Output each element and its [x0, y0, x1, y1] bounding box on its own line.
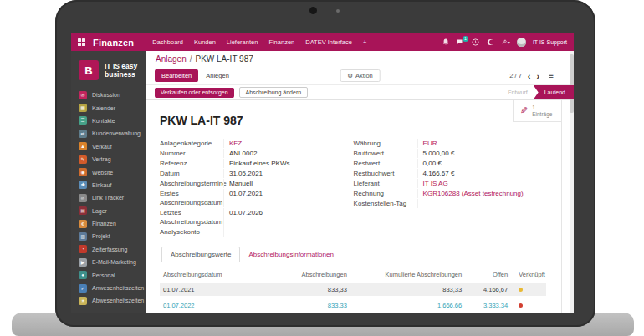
control-bar: Bearbeiten Anlegen ⚙ Aktion 2 / 7 ‹ › ≡ [146, 67, 574, 84]
column-header-verkn-pft[interactable]: Verknüpft [508, 271, 546, 278]
sidebar-item-website[interactable]: ◉Website [71, 165, 146, 178]
sidebar-item-einkauf[interactable]: ✚Einkauf [71, 179, 146, 191]
top-menu-item-datev-interface[interactable]: DATEV Interface [305, 38, 352, 46]
top-menu-item-finanzen[interactable]: Finanzen [268, 38, 294, 46]
field-w-hrung: WährungEUR [354, 139, 561, 148]
main-content: Anlagen / PKW LA-IT 987 Bearbeiten Anleg… [146, 51, 574, 313]
field-value [223, 227, 349, 237]
sidebar-item-label: Einkauf [92, 182, 111, 188]
entries-smart-button[interactable]: ✎ 1 Einträge [513, 100, 561, 122]
sidebar-item-zeiterfassung[interactable]: ◔Zeiterfassung [71, 243, 146, 256]
table-header-row: AbschreibungsdatumAbschreibungenKumulier… [160, 269, 546, 283]
top-menu-item-[interactable]: + [363, 38, 366, 46]
field-value[interactable]: EUR [417, 139, 561, 148]
field-label: Letztes Abschreibungsdatum [160, 208, 223, 227]
field-value: 4.166,67 € [417, 169, 561, 178]
pager-next-icon[interactable]: › [536, 72, 539, 80]
status-bar: Verkaufen oder entsorgen Abschreibung än… [146, 84, 574, 100]
field-anlagenkategorie: AnlagenkategorieKFZ [160, 139, 349, 148]
field-label: Restwert [354, 159, 417, 168]
sidebar-item-abwesenheitszeiten[interactable]: ☀Abwesenheitszeiten [71, 294, 146, 307]
pager-prev-icon[interactable]: ‹ [528, 72, 531, 80]
brand[interactable]: B IT IS easy business [71, 51, 146, 89]
status-steps: Entwurf Laufend [508, 85, 574, 99]
sidebar-item-link-tracker[interactable]: ∞Link Tracker [71, 191, 146, 204]
column-header-kumulierte-abschreibungen[interactable]: Kumulierte Abschreibungen [347, 271, 462, 278]
activity-clock-icon[interactable] [472, 38, 480, 47]
field-label: Restbuchwert [354, 169, 417, 178]
field-restwert: Restwert0,00 € [354, 159, 561, 168]
field-restbuchwert: Restbuchwert4.166,67 € [354, 169, 561, 178]
field-value[interactable]: KGR106288 (Asset testrechnung) [417, 189, 561, 198]
sidebar-item-finanzen[interactable]: €Finanzen [71, 217, 146, 230]
bell-icon[interactable] [442, 38, 450, 47]
field-value[interactable]: IT IS AG [417, 179, 561, 188]
top-menu-item-lieferanten[interactable]: Lieferanten [227, 38, 258, 46]
messages-icon[interactable]: 1 [457, 38, 465, 47]
einkauf-icon: ✚ [79, 181, 87, 189]
modify-depreciation-button[interactable]: Abschreibung ändern [239, 87, 309, 98]
user-name[interactable]: IT IS Support [533, 39, 567, 45]
sidebar-item-label: Abwesenheitszeiten [92, 298, 144, 303]
cell-cumulative: 1.666,66 [347, 302, 462, 309]
field-label: Anlagenkategorie [160, 139, 223, 148]
sidebar-item-personal[interactable]: ●Personal [71, 268, 146, 281]
moon-icon[interactable] [487, 38, 495, 47]
list-view-icon[interactable]: ≡ [549, 71, 554, 80]
projekt-icon: ▥ [79, 232, 87, 241]
status-step-running[interactable]: Laufend [534, 85, 574, 99]
sidebar-item-projekt[interactable]: ▥Projekt [71, 230, 146, 242]
field-label: Kostenstellen-Tag [354, 199, 417, 208]
cell-open: 3.333,34 [462, 302, 508, 309]
link-tracker-icon: ∞ [79, 194, 87, 202]
debug-tools-icon[interactable]: ▾ [502, 38, 510, 47]
sidebar-item-label: Anwesenheitszeiten [92, 285, 144, 291]
field-value[interactable]: KFZ [223, 139, 349, 148]
field-value: ANL0002 [223, 149, 349, 158]
breadcrumb-parent[interactable]: Anlagen [156, 54, 187, 64]
column-header-abschreibungsdatum[interactable]: Abschreibungsdatum [163, 271, 255, 278]
edit-button[interactable]: Bearbeiten [155, 69, 198, 82]
column-header-abschreibungen[interactable]: Abschreibungen [255, 271, 347, 278]
action-dropdown[interactable]: ⚙ Aktion [340, 69, 381, 82]
table-row[interactable]: 01.07.2021833,33833,334.166,67 [160, 283, 546, 296]
column-header-offen[interactable]: Offen [462, 271, 508, 278]
create-button[interactable]: Anlegen [206, 72, 229, 79]
sidebar-item-anwesenheitszeiten[interactable]: ✓Anwesenheitszeiten [71, 282, 146, 294]
field-value: Manuell [223, 179, 349, 188]
table-row[interactable]: 01.07.2022833,331.666,663.333,34 [160, 298, 546, 312]
field-value: 31.05.2021 [223, 169, 349, 178]
smart-button-text: 1 Einträge [532, 104, 552, 117]
apps-menu-icon[interactable] [78, 38, 85, 46]
sidebar-item-kundenverwaltung[interactable]: ⇄Kundenverwaltung [71, 127, 146, 140]
tab-abschreibungswerte[interactable]: Abschreibungswerte [161, 247, 240, 262]
monitor-frame: Finanzen DashboardKundenLieferantenFinan… [55, 0, 595, 327]
status-step-draft[interactable]: Entwurf [508, 89, 528, 95]
anwesenheitszeiten-icon: ✓ [79, 284, 87, 293]
sell-dispose-button[interactable]: Verkaufen oder entsorgen [155, 88, 234, 98]
top-app-bar: Finanzen DashboardKundenLieferantenFinan… [71, 33, 574, 51]
notebook-tabs: Abschreibungswerte Abschreibungsinformat… [160, 246, 561, 262]
cell-date: 01.07.2022 [163, 302, 255, 309]
top-menu-item-dashboard[interactable]: Dashboard [152, 38, 183, 46]
sidebar-item-verkauf[interactable]: ▲Verkauf [71, 140, 146, 153]
sidebar-item-kontakte[interactable]: ☰Kontakte [71, 115, 146, 127]
sidebar-item-label: E-Mail-Marketing [92, 259, 136, 265]
breadcrumb: Anlagen / PKW LA-IT 987 [146, 51, 574, 67]
sidebar-item-diskussion[interactable]: ✉Diskussion [71, 89, 146, 101]
sidebar-item-e-mail-marketing[interactable]: ▶E-Mail-Marketing [71, 256, 146, 268]
user-avatar[interactable] [517, 38, 526, 47]
field-value: 01.07.2026 [223, 208, 349, 227]
breadcrumb-separator: / [190, 54, 192, 64]
top-menu-item-kunden[interactable]: Kunden [194, 38, 216, 46]
cell-linked [508, 286, 546, 293]
sidebar-item-kalender[interactable]: ▦Kalender [71, 101, 146, 114]
field-bruttowert: Bruttowert5.000,00 € [354, 149, 561, 158]
app-title[interactable]: Finanzen [93, 38, 134, 48]
brand-name: IT IS easy business [105, 62, 137, 79]
sidebar-item-lager[interactable]: ▤Lager [71, 205, 146, 217]
sidebar-item-vertrag[interactable]: ✎Vertrag [71, 153, 146, 165]
sidebar-item-label: Personal [92, 272, 115, 278]
tab-abschreibungsinformationen[interactable]: Abschreibungsinformationen [240, 247, 341, 262]
depreciation-table: AbschreibungsdatumAbschreibungenKumulier… [160, 269, 561, 313]
